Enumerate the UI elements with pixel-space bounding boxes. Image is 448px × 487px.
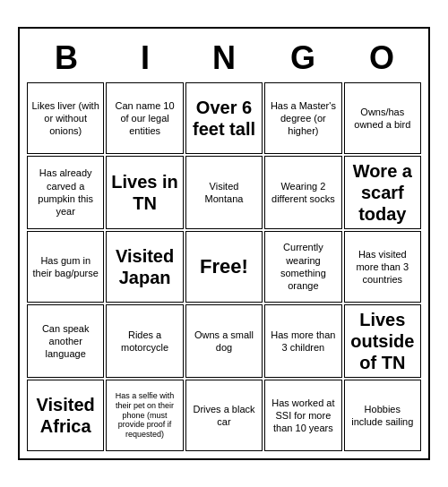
bingo-cell: Free! <box>185 231 263 303</box>
bingo-cell: Rides a motorcycle <box>106 304 183 378</box>
cell-text: Lives outside of TN <box>349 309 417 373</box>
cell-text: Can speak another language <box>31 322 99 361</box>
cell-text: Likes liver (with or without onions) <box>31 99 99 138</box>
bingo-cell: Has visited more than 3 countries <box>344 231 421 303</box>
cell-text: Has a Master's degree (or higher) <box>269 99 337 138</box>
bingo-cell: Over 6 feet tall <box>185 82 263 154</box>
cell-text: Has worked at SSI for more than 10 years <box>269 397 337 435</box>
cell-text: Currently wearing something orange <box>269 241 337 292</box>
header-letter: B <box>27 36 106 81</box>
cell-text: Owns a small dog <box>190 329 258 355</box>
cell-text: Visited Japan <box>110 245 178 288</box>
bingo-cell: Wore a scarf today <box>344 156 421 229</box>
bingo-cell: Has a Master's degree (or higher) <box>264 82 341 154</box>
cell-text: Has a selfie with their pet on their pho… <box>110 391 178 440</box>
bingo-cell: Currently wearing something orange <box>264 231 341 303</box>
cell-text: Lives in TN <box>110 171 178 214</box>
cell-text: Owns/has owned a bird <box>349 106 417 132</box>
header-letter: I <box>106 36 185 81</box>
cell-text: Has already carved a pumpkin this year <box>31 167 99 218</box>
bingo-header: BINGO <box>27 36 421 81</box>
cell-text: Wore a scarf today <box>349 160 417 225</box>
bingo-cell: Hobbies include sailing <box>344 380 421 451</box>
cell-text: Can name 10 of our legal entities <box>110 99 178 138</box>
bingo-cell: Drives a black car <box>185 380 263 451</box>
bingo-cell: Lives outside of TN <box>344 304 421 378</box>
bingo-cell: Wearing 2 different socks <box>264 156 341 229</box>
cell-text: Rides a motorcycle <box>110 329 178 355</box>
bingo-cell: Has gum in their bag/purse <box>27 231 104 303</box>
bingo-cell: Has already carved a pumpkin this year <box>27 156 104 229</box>
cell-text: Has visited more than 3 countries <box>349 248 417 286</box>
bingo-cell: Owns a small dog <box>185 304 263 378</box>
bingo-grid: Likes liver (with or without onions)Can … <box>27 82 421 451</box>
bingo-cell: Visited Africa <box>27 380 104 451</box>
cell-text: Drives a black car <box>190 403 258 429</box>
bingo-cell: Likes liver (with or without onions) <box>27 82 104 154</box>
bingo-cell: Has more than 3 children <box>264 304 341 378</box>
bingo-cell: Can speak another language <box>27 304 104 378</box>
cell-text: Over 6 feet tall <box>190 97 258 140</box>
header-letter: N <box>185 36 263 81</box>
bingo-cell: Has worked at SSI for more than 10 years <box>264 380 341 451</box>
cell-text: Has gum in their bag/purse <box>31 254 99 280</box>
cell-text: Visited Africa <box>31 394 99 437</box>
header-letter: G <box>263 36 342 81</box>
bingo-cell: Can name 10 of our legal entities <box>106 82 183 154</box>
bingo-card: BINGO Likes liver (with or without onion… <box>18 27 430 460</box>
cell-text: Has more than 3 children <box>269 329 337 355</box>
bingo-cell: Has a selfie with their pet on their pho… <box>106 380 183 451</box>
cell-text: Wearing 2 different socks <box>269 180 337 206</box>
header-letter: O <box>342 36 421 81</box>
bingo-cell: Visited Montana <box>185 156 263 229</box>
bingo-cell: Lives in TN <box>106 156 183 229</box>
bingo-cell: Owns/has owned a bird <box>344 82 421 154</box>
bingo-cell: Visited Japan <box>106 231 183 303</box>
cell-text: Visited Montana <box>190 180 258 206</box>
cell-text: Free! <box>200 254 248 280</box>
cell-text: Hobbies include sailing <box>349 403 417 429</box>
